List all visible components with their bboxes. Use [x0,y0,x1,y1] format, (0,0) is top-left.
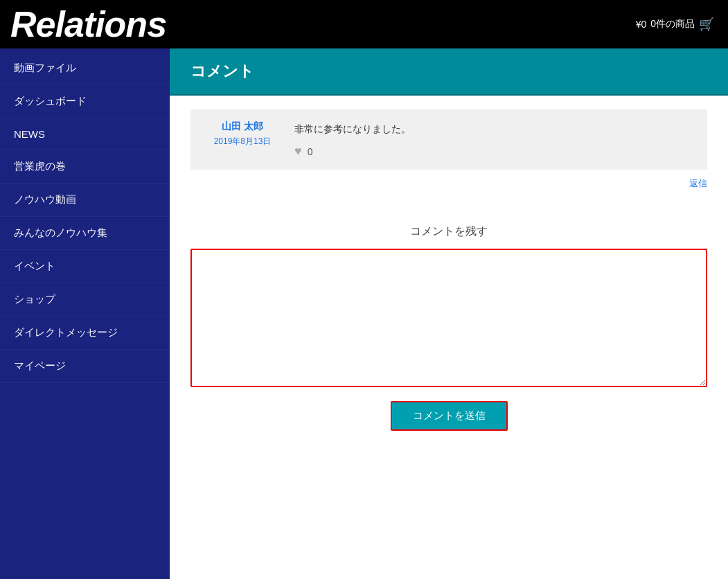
comment-section-title: コメント [190,62,254,80]
sidebar: 動画ファイル ダッシュボード NEWS 営業虎の巻 ノウハウ動画 みんなのノウハ… [0,48,170,579]
site-title: Relations [10,6,166,42]
like-count: 0 [308,146,313,157]
reply-link[interactable]: 返信 [689,178,707,188]
sidebar-item-shop[interactable]: ショップ [0,283,170,317]
leave-comment-title: コメントを残す [190,224,707,239]
leave-comment-section: コメントを残す コメントを送信 [170,217,728,452]
cart-area[interactable]: ¥0 0件の商品 🛒 [636,17,714,32]
comment-textarea[interactable] [190,249,707,387]
sidebar-item-dashboard[interactable]: ダッシュボード [0,85,170,118]
sidebar-item-eigyo[interactable]: 営業虎の巻 [0,150,170,184]
sidebar-item-video-files[interactable]: 動画ファイル [0,52,170,85]
comment-author-info: 山田 太郎 2019年8月13日 [204,121,281,159]
sidebar-item-news[interactable]: NEWS [0,118,170,150]
comment-area: 山田 太郎 2019年8月13日 非常に参考になりました。 ♥ 0 返信 [170,96,728,217]
cart-price: ¥0 [636,19,647,30]
comment-author-name: 山田 太郎 [204,121,281,133]
sidebar-item-mypage[interactable]: マイページ [0,350,170,383]
reply-row: 返信 [190,177,707,190]
heart-icon[interactable]: ♥ [294,144,302,159]
comment-block: 山田 太郎 2019年8月13日 非常に参考になりました。 ♥ 0 [190,109,707,170]
main-content: コメント 山田 太郎 2019年8月13日 非常に参考になりました。 ♥ 0 [170,48,728,579]
comment-body: 非常に参考になりました。 ♥ 0 [294,121,693,159]
comment-text: 非常に参考になりました。 [294,123,693,136]
sidebar-item-minna[interactable]: みんなのノウハウ集 [0,217,170,250]
cart-count: 0件の商品 [650,18,695,30]
sidebar-item-event[interactable]: イベント [0,250,170,283]
comment-section-header: コメント [170,48,728,96]
comment-likes: ♥ 0 [294,144,693,159]
sidebar-item-knowhow[interactable]: ノウハウ動画 [0,184,170,217]
submit-row: コメントを送信 [190,401,707,431]
comment-date: 2019年8月13日 [204,136,281,148]
submit-comment-button[interactable]: コメントを送信 [391,401,508,431]
header: Relations ¥0 0件の商品 🛒 [0,0,728,48]
sidebar-item-dm[interactable]: ダイレクトメッセージ [0,317,170,350]
cart-icon: 🛒 [699,17,714,32]
layout: 動画ファイル ダッシュボード NEWS 営業虎の巻 ノウハウ動画 みんなのノウハ… [0,48,728,579]
